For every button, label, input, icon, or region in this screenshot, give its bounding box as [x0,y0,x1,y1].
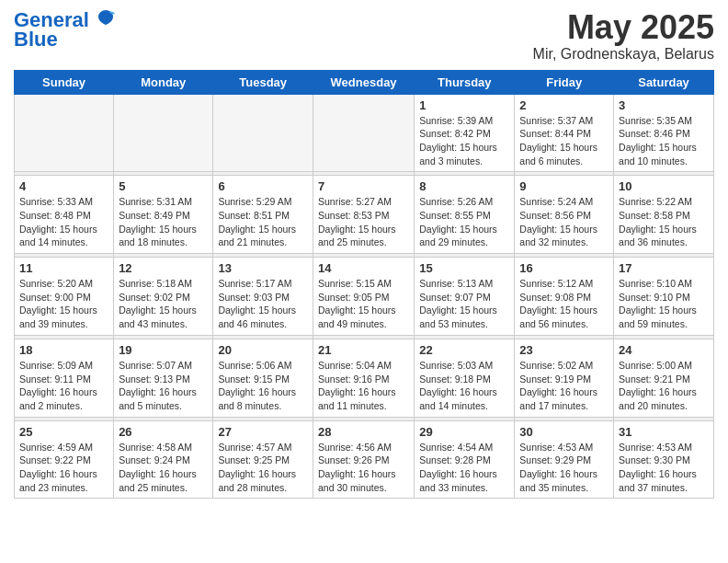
calendar-table: Sunday Monday Tuesday Wednesday Thursday… [14,70,714,500]
day-number: 3 [619,98,709,112]
day-number: 21 [318,343,409,357]
day-info: Sunrise: 5:31 AM Sunset: 8:49 PM Dayligh… [119,195,208,249]
calendar-cell: 31Sunrise: 4:53 AM Sunset: 9:30 PM Dayli… [614,420,714,499]
day-info: Sunrise: 5:09 AM Sunset: 9:11 PM Dayligh… [19,359,108,413]
calendar-cell: 5Sunrise: 5:31 AM Sunset: 8:49 PM Daylig… [114,176,213,254]
day-info: Sunrise: 4:58 AM Sunset: 9:24 PM Dayligh… [119,441,208,495]
day-number: 28 [318,425,409,439]
calendar-cell: 12Sunrise: 5:18 AM Sunset: 9:02 PM Dayli… [114,258,213,336]
day-number: 8 [419,179,509,193]
day-number: 16 [519,261,609,275]
calendar-cell: 8Sunrise: 5:26 AM Sunset: 8:55 PM Daylig… [415,176,515,254]
calendar-cell: 28Sunrise: 4:56 AM Sunset: 9:26 PM Dayli… [313,420,414,499]
week-row-5: 25Sunrise: 4:59 AM Sunset: 9:22 PM Dayli… [15,420,714,499]
calendar-cell: 6Sunrise: 5:29 AM Sunset: 8:51 PM Daylig… [213,176,313,254]
calendar-cell: 20Sunrise: 5:06 AM Sunset: 9:15 PM Dayli… [213,339,313,417]
day-number: 15 [419,261,509,275]
day-number: 25 [19,425,108,439]
day-number: 23 [519,343,609,357]
day-info: Sunrise: 4:53 AM Sunset: 9:29 PM Dayligh… [519,441,609,495]
calendar-cell: 7Sunrise: 5:27 AM Sunset: 8:53 PM Daylig… [313,176,414,254]
calendar-cell [15,94,114,172]
day-info: Sunrise: 4:59 AM Sunset: 9:22 PM Dayligh… [19,441,108,495]
day-number: 10 [619,179,709,193]
calendar-cell [213,94,313,172]
day-number: 31 [619,425,709,439]
day-number: 4 [19,179,108,193]
title-block: May 2025 Mir, Grodnenskaya, Belarus [533,9,714,63]
day-info: Sunrise: 5:29 AM Sunset: 8:51 PM Dayligh… [218,195,308,249]
header-sunday: Sunday [15,70,114,94]
calendar-cell: 24Sunrise: 5:00 AM Sunset: 9:21 PM Dayli… [614,339,714,417]
calendar-cell: 16Sunrise: 5:12 AM Sunset: 9:08 PM Dayli… [515,258,614,336]
day-number: 1 [419,98,509,112]
header: General Blue May 2025 Mir, Grodnenskaya,… [14,9,714,63]
calendar-cell: 21Sunrise: 5:04 AM Sunset: 9:16 PM Dayli… [313,339,414,417]
day-number: 19 [119,343,208,357]
page: General Blue May 2025 Mir, Grodnenskaya,… [0,0,728,508]
header-tuesday: Tuesday [213,70,313,94]
calendar-cell: 14Sunrise: 5:15 AM Sunset: 9:05 PM Dayli… [313,258,414,336]
calendar-title: May 2025 [533,9,714,46]
header-thursday: Thursday [415,70,515,94]
day-info: Sunrise: 4:54 AM Sunset: 9:28 PM Dayligh… [419,441,509,495]
day-info: Sunrise: 5:13 AM Sunset: 9:07 PM Dayligh… [419,277,509,331]
calendar-cell: 25Sunrise: 4:59 AM Sunset: 9:22 PM Dayli… [15,420,114,499]
day-info: Sunrise: 4:53 AM Sunset: 9:30 PM Dayligh… [619,441,709,495]
day-number: 5 [119,179,208,193]
calendar-cell: 10Sunrise: 5:22 AM Sunset: 8:58 PM Dayli… [614,176,714,254]
calendar-cell: 30Sunrise: 4:53 AM Sunset: 9:29 PM Dayli… [515,420,614,499]
day-number: 26 [119,425,208,439]
day-number: 2 [519,98,609,112]
day-info: Sunrise: 5:04 AM Sunset: 9:16 PM Dayligh… [318,359,409,413]
calendar-cell: 17Sunrise: 5:10 AM Sunset: 9:10 PM Dayli… [614,258,714,336]
calendar-cell: 22Sunrise: 5:03 AM Sunset: 9:18 PM Dayli… [415,339,515,417]
day-info: Sunrise: 5:02 AM Sunset: 9:19 PM Dayligh… [519,359,609,413]
day-info: Sunrise: 5:35 AM Sunset: 8:46 PM Dayligh… [619,114,709,168]
day-info: Sunrise: 5:27 AM Sunset: 8:53 PM Dayligh… [318,195,409,249]
day-number: 24 [619,343,709,357]
day-number: 13 [218,261,308,275]
day-info: Sunrise: 5:33 AM Sunset: 8:48 PM Dayligh… [19,195,108,249]
day-number: 11 [19,261,108,275]
day-number: 22 [419,343,509,357]
day-number: 14 [318,261,409,275]
day-info: Sunrise: 5:06 AM Sunset: 9:15 PM Dayligh… [218,359,308,413]
day-info: Sunrise: 5:18 AM Sunset: 9:02 PM Dayligh… [119,277,208,331]
week-row-3: 11Sunrise: 5:20 AM Sunset: 9:00 PM Dayli… [15,258,714,336]
day-info: Sunrise: 5:22 AM Sunset: 8:58 PM Dayligh… [619,195,709,249]
day-info: Sunrise: 5:07 AM Sunset: 9:13 PM Dayligh… [119,359,208,413]
logo: General Blue [14,9,115,52]
logo-bird-icon [97,8,115,27]
header-saturday: Saturday [614,70,714,94]
day-info: Sunrise: 5:20 AM Sunset: 9:00 PM Dayligh… [19,277,108,331]
day-number: 18 [19,343,108,357]
day-info: Sunrise: 5:00 AM Sunset: 9:21 PM Dayligh… [619,359,709,413]
calendar-cell [114,94,213,172]
calendar-subtitle: Mir, Grodnenskaya, Belarus [533,46,714,63]
day-number: 20 [218,343,308,357]
day-number: 7 [318,179,409,193]
day-number: 6 [218,179,308,193]
calendar-cell: 26Sunrise: 4:58 AM Sunset: 9:24 PM Dayli… [114,420,213,499]
calendar-cell: 4Sunrise: 5:33 AM Sunset: 8:48 PM Daylig… [15,176,114,254]
day-info: Sunrise: 5:03 AM Sunset: 9:18 PM Dayligh… [419,359,509,413]
calendar-cell: 15Sunrise: 5:13 AM Sunset: 9:07 PM Dayli… [415,258,515,336]
week-row-2: 4Sunrise: 5:33 AM Sunset: 8:48 PM Daylig… [15,176,714,254]
calendar-cell: 3Sunrise: 5:35 AM Sunset: 8:46 PM Daylig… [614,94,714,172]
calendar-cell: 2Sunrise: 5:37 AM Sunset: 8:44 PM Daylig… [515,94,614,172]
week-row-1: 1Sunrise: 5:39 AM Sunset: 8:42 PM Daylig… [15,94,714,172]
week-row-4: 18Sunrise: 5:09 AM Sunset: 9:11 PM Dayli… [15,339,714,417]
day-info: Sunrise: 5:39 AM Sunset: 8:42 PM Dayligh… [419,114,509,168]
day-info: Sunrise: 5:37 AM Sunset: 8:44 PM Dayligh… [519,114,609,168]
calendar-cell: 9Sunrise: 5:24 AM Sunset: 8:56 PM Daylig… [515,176,614,254]
day-info: Sunrise: 5:17 AM Sunset: 9:03 PM Dayligh… [218,277,308,331]
day-info: Sunrise: 4:57 AM Sunset: 9:25 PM Dayligh… [218,441,308,495]
day-info: Sunrise: 4:56 AM Sunset: 9:26 PM Dayligh… [318,441,409,495]
calendar-cell: 29Sunrise: 4:54 AM Sunset: 9:28 PM Dayli… [415,420,515,499]
calendar-cell: 1Sunrise: 5:39 AM Sunset: 8:42 PM Daylig… [415,94,515,172]
calendar-cell: 23Sunrise: 5:02 AM Sunset: 9:19 PM Dayli… [515,339,614,417]
calendar-cell: 18Sunrise: 5:09 AM Sunset: 9:11 PM Dayli… [15,339,114,417]
day-info: Sunrise: 5:15 AM Sunset: 9:05 PM Dayligh… [318,277,409,331]
day-number: 17 [619,261,709,275]
